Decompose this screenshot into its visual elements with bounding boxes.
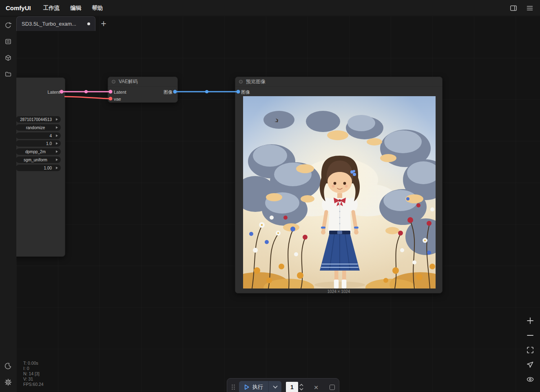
play-icon [244,384,249,390]
image-link-midpoint-dot [205,90,208,93]
theme-moon-icon[interactable] [0,358,16,374]
queue-list-icon[interactable] [0,33,16,50]
vae-decode-header[interactable]: VAE解码 [108,77,177,87]
select-pointer-icon[interactable] [526,361,534,369]
run-button[interactable]: 执行 [239,381,268,392]
widget-arrow-icon[interactable] [56,150,58,153]
workflow-tabbar: SD3.5L_Turbo_exam... + [16,16,112,31]
run-options-dropdown[interactable] [268,381,281,392]
vae-decode-image-output-label: 图像 [164,89,173,95]
widget-arrow-icon[interactable] [56,134,58,137]
vae-decode-latent-input-label: Latent [114,89,126,95]
hamburger-menu-icon[interactable] [524,2,536,14]
batch-count-input[interactable]: 1 [286,382,298,392]
run-button-label: 执行 [252,383,263,391]
workflow-tab-active[interactable]: SD3.5L_Turbo_exam... [16,16,95,31]
image-dimensions-caption: 1024 × 1024 [235,289,442,294]
seed-widget[interactable]: 28710170044513 [16,116,61,123]
panel-toggle-icon[interactable] [507,2,520,14]
perf-stats: T: 0.00s I: 0 N: 14 [3] V: 31 FPS:60.24 [23,361,44,387]
new-workflow-tab-button[interactable]: + [95,16,112,31]
view-controls [526,317,534,383]
unsaved-dot-icon [87,22,90,25]
stepper-up-icon[interactable] [299,384,303,386]
preview-image-title: 预览图像 [246,78,266,85]
stepper-down-icon[interactable] [299,388,303,390]
stat-time: T: 0.00s [23,361,44,366]
stat-i: I: 0 [23,366,44,371]
settings-gear-icon[interactable] [0,374,16,390]
ksampler-latent-output-label: Latent [47,89,60,95]
collapse-dot-icon[interactable] [239,80,243,84]
denoise-widget[interactable]: 1.00 [16,165,61,171]
node-ksampler[interactable]: Latent 28710170044513 randomize 4 1.0 dp… [16,77,65,257]
top-menubar: ComfyUI 工作流 编辑 帮助 [0,0,540,16]
menu-edit[interactable]: 编辑 [65,4,86,12]
stat-n: N: 14 [3] [23,371,44,377]
workflow-tab-label: SD3.5L_Turbo_exam... [22,21,84,27]
preview-image-header[interactable]: 预览图像 [235,77,442,87]
model-library-cube-icon[interactable] [0,50,16,66]
preview-image-input-label: 图像 [241,89,250,95]
widget-arrow-icon[interactable] [56,167,58,169]
scheduler-widget[interactable]: sgm_uniform [16,156,61,163]
stat-fps: FPS:60.24 [23,382,44,387]
toggle-visibility-eye-icon[interactable] [526,375,534,383]
widget-arrow-icon[interactable] [56,118,58,121]
node-preview-image[interactable]: 预览图像 图像 [235,77,443,293]
steps-widget[interactable]: 4 [16,132,61,139]
widget-arrow-icon[interactable] [56,126,58,129]
cfg-widget[interactable]: 1.0 [16,140,61,147]
widget-arrow-icon[interactable] [56,142,58,145]
zoom-out-icon[interactable] [526,331,534,339]
collapse-dot-icon[interactable] [112,80,115,84]
widget-arrow-icon[interactable] [56,159,58,161]
left-sidebar [0,16,16,392]
sampler-name-widget[interactable]: dpmpp_2m [16,148,61,155]
menu-help[interactable]: 帮助 [86,4,108,12]
control-after-generate-widget[interactable]: randomize [16,124,61,131]
toolbar-drag-handle[interactable] [231,384,235,390]
vae-link [64,97,110,99]
fit-view-icon[interactable] [526,346,534,354]
cancel-x-icon[interactable]: × [312,383,320,391]
app-logo: ComfyUI [0,4,38,11]
node-graph-canvas[interactable]: SD3.5L_Turbo_exam... + Latent 2871017004… [16,16,540,392]
stop-square-icon[interactable] [330,385,335,390]
history-icon[interactable] [0,17,16,33]
zoom-in-icon[interactable] [526,317,534,325]
latent-link-midpoint-dot [84,90,88,93]
chevron-down-icon [273,385,278,389]
menu-workflow[interactable]: 工作流 [38,4,65,12]
stat-v: V: 31 [23,377,44,382]
vae-decode-title: VAE解码 [119,78,138,85]
vae-decode-vae-input-label: vae [114,96,121,102]
node-vae-decode[interactable]: VAE解码 Latent vae 图像 [108,77,178,103]
preview-generated-image [243,96,436,288]
execute-toolbar: 执行 1 × [227,378,339,392]
workflows-folder-icon[interactable] [0,66,16,82]
